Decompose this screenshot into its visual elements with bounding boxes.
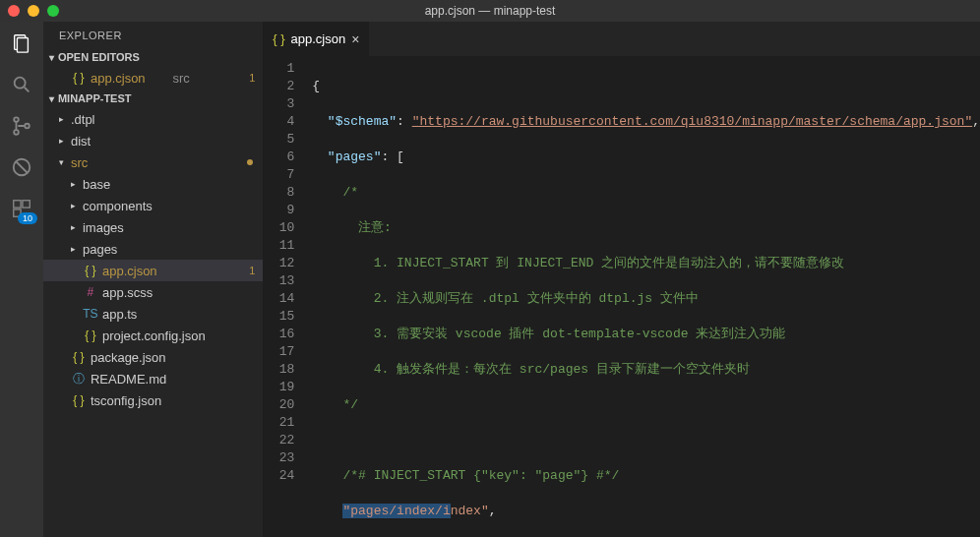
- open-editor-hint: src: [173, 71, 250, 86]
- json-icon: { }: [71, 393, 87, 407]
- tree-file-appts[interactable]: TSapp.ts: [43, 303, 263, 325]
- file-tree: ▸.dtpl ▸dist ▾src ▸base ▸components ▸ima…: [43, 106, 263, 413]
- tree-file-projconfig[interactable]: { }project.config.json: [43, 325, 263, 346]
- tree-folder-dist[interactable]: ▸dist: [43, 130, 263, 151]
- explorer-icon[interactable]: [10, 31, 33, 55]
- file-label: tsconfig.json: [91, 393, 263, 408]
- json-icon: { }: [71, 350, 87, 364]
- folder-label: components: [83, 199, 263, 213]
- svg-point-4: [14, 117, 19, 122]
- tree-folder-pages[interactable]: ▸pages: [43, 238, 263, 260]
- tree-file-tsconfig[interactable]: { }tsconfig.json: [43, 389, 263, 411]
- tabs: { } app.cjson ×: [263, 22, 980, 56]
- svg-point-6: [25, 124, 30, 129]
- chevron-down-icon: ▾: [59, 157, 69, 167]
- svg-rect-10: [23, 201, 30, 208]
- file-label: README.md: [91, 372, 263, 387]
- titlebar: app.cjson — minapp-test: [0, 0, 980, 22]
- sidebar: EXPLORER ▾ OPEN EDITORS { } app.cjson sr…: [43, 22, 263, 537]
- extensions-icon[interactable]: 10: [10, 197, 33, 220]
- tab-label: app.cjson: [291, 31, 346, 46]
- project-label: MINAPP-TEST: [58, 92, 132, 104]
- tab-appcjson[interactable]: { } app.cjson ×: [263, 22, 369, 56]
- chevron-right-icon: ▸: [71, 222, 81, 232]
- tree-file-appscss[interactable]: #app.scss: [43, 281, 263, 303]
- file-label: project.config.json: [102, 328, 263, 343]
- json-icon: { }: [273, 31, 284, 46]
- folder-label: images: [83, 220, 263, 235]
- svg-point-2: [15, 78, 26, 89]
- chevron-down-icon: ▾: [49, 93, 54, 104]
- open-editors-header[interactable]: ▾ OPEN EDITORS: [43, 49, 263, 65]
- chevron-right-icon: ▸: [71, 244, 81, 254]
- svg-rect-9: [14, 201, 21, 208]
- json-icon: { }: [83, 328, 98, 342]
- open-editor-label: app.cjson: [91, 71, 167, 86]
- json-icon: { }: [83, 264, 98, 277]
- modified-dot-icon: [247, 159, 253, 165]
- open-editor-item[interactable]: { } app.cjson src 1: [43, 67, 263, 89]
- traffic-lights: [0, 5, 59, 17]
- chevron-right-icon: ▸: [59, 136, 69, 146]
- modified-badge: 1: [249, 72, 255, 84]
- activitybar: 10: [0, 22, 43, 537]
- modified-badge: 1: [249, 265, 255, 276]
- main-area: 10 EXPLORER ▾ OPEN EDITORS { } app.cjson…: [0, 22, 980, 537]
- open-editors-list: { } app.cjson src 1: [43, 65, 263, 90]
- tree-folder-images[interactable]: ▸images: [43, 216, 263, 238]
- open-editors-label: OPEN EDITORS: [58, 51, 140, 63]
- close-icon[interactable]: [8, 5, 20, 17]
- editor-area: { } app.cjson × 123456789101112131415161…: [263, 22, 980, 537]
- tree-file-appcjson[interactable]: { }app.cjson1: [43, 260, 263, 281]
- debug-icon[interactable]: [10, 155, 33, 179]
- folder-label: base: [83, 177, 263, 192]
- json-icon: { }: [71, 71, 87, 85]
- info-icon: ⓘ: [71, 371, 87, 388]
- folder-label: .dtpl: [71, 112, 263, 127]
- folder-label: src: [71, 155, 247, 170]
- gutter: 123456789101112131415161718192021222324: [263, 56, 312, 537]
- source-control-icon[interactable]: [10, 114, 33, 138]
- scss-icon: #: [83, 285, 98, 299]
- svg-point-5: [14, 130, 19, 135]
- tree-folder-src[interactable]: ▾src: [43, 151, 263, 173]
- svg-line-8: [16, 162, 27, 173]
- folder-label: pages: [83, 242, 263, 257]
- chevron-right-icon: ▸: [71, 179, 81, 189]
- chevron-down-icon: ▾: [49, 52, 54, 63]
- minimize-icon[interactable]: [28, 5, 39, 17]
- chevron-right-icon: ▸: [59, 114, 69, 124]
- code-editor[interactable]: 123456789101112131415161718192021222324 …: [263, 56, 980, 537]
- file-label: app.ts: [102, 307, 263, 322]
- svg-line-3: [25, 88, 30, 92]
- tree-file-readme[interactable]: ⓘREADME.md: [43, 368, 263, 389]
- code-lines[interactable]: { "$schema": "https://raw.githubusercont…: [312, 56, 980, 537]
- tree-file-package[interactable]: { }package.json: [43, 346, 263, 368]
- sidebar-title: EXPLORER: [43, 22, 263, 49]
- window-title: app.cjson — minapp-test: [425, 4, 556, 18]
- extensions-badge: 10: [18, 212, 37, 224]
- tree-folder-components[interactable]: ▸components: [43, 195, 263, 216]
- tree-folder-dtpl[interactable]: ▸.dtpl: [43, 108, 263, 130]
- chevron-right-icon: ▸: [71, 201, 81, 210]
- tree-folder-base[interactable]: ▸base: [43, 173, 263, 195]
- file-label: app.scss: [102, 285, 263, 300]
- ts-icon: TS: [83, 307, 98, 321]
- file-label: app.cjson: [102, 264, 249, 278]
- project-header[interactable]: ▾ MINAPP-TEST: [43, 90, 263, 106]
- svg-rect-1: [17, 38, 28, 53]
- search-icon[interactable]: [10, 73, 33, 96]
- folder-label: dist: [71, 134, 263, 149]
- file-label: package.json: [91, 350, 263, 365]
- maximize-icon[interactable]: [47, 5, 59, 17]
- close-icon[interactable]: ×: [351, 31, 359, 47]
